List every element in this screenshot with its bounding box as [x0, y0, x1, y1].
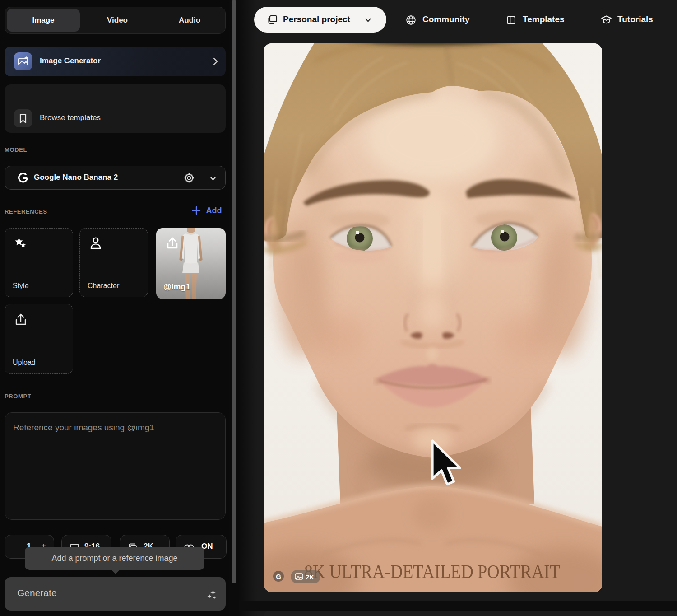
svg-text:8K ULTRA-DETAILED PORTRAIT: 8K ULTRA-DETAILED PORTRAIT — [304, 561, 560, 582]
svg-text:G: G — [276, 573, 281, 580]
svg-text:2K: 2K — [306, 573, 314, 581]
